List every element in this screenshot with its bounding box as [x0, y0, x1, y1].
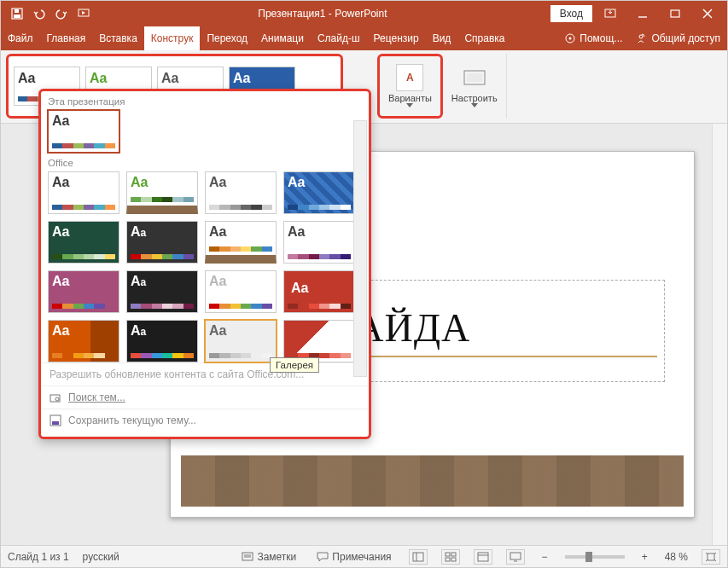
variants-icon: A	[396, 64, 423, 91]
tell-me-label: Помощ...	[579, 32, 622, 44]
tab-анимаци[interactable]: Анимаци	[254, 26, 311, 50]
slideshow-view-button[interactable]	[506, 549, 525, 565]
theme-thumbnail[interactable]: Aa	[48, 320, 119, 362]
theme-thumbnail[interactable]: Aa	[48, 270, 119, 313]
theme-thumbnail[interactable]: Aa	[283, 171, 355, 214]
svg-rect-23	[446, 553, 450, 556]
sorter-view-button[interactable]	[441, 549, 460, 565]
svg-rect-21	[413, 553, 423, 561]
minimize-icon[interactable]	[628, 3, 657, 24]
theme-thumbnail[interactable]: Aa	[283, 221, 355, 264]
tell-me-icon[interactable]: Помощ...	[557, 26, 629, 50]
login-button[interactable]: Вход	[550, 5, 592, 22]
theme-thumbnail[interactable]: Aa	[126, 270, 198, 313]
theme-thumbnail[interactable]: Aa	[205, 270, 277, 313]
tab-главная[interactable]: Главная	[40, 26, 93, 50]
theme-thumbnail[interactable]: Aa	[48, 110, 119, 153]
svg-point-11	[639, 35, 643, 38]
zoom-level[interactable]: 48 %	[665, 551, 688, 563]
enable-office-updates-link[interactable]: Разрешить обновление контента с сайта Of…	[41, 362, 369, 385]
slide-size-icon	[461, 64, 488, 91]
language-indicator[interactable]: русский	[83, 551, 119, 563]
chevron-down-icon	[406, 103, 413, 108]
zoom-in-button[interactable]: +	[638, 551, 651, 563]
save-theme-icon	[50, 414, 61, 426]
save-icon[interactable]	[6, 3, 28, 25]
theme-thumbnail[interactable]: Aa	[205, 320, 277, 362]
themes-gallery-dropdown: Эта презентация Aa Office AaAaAaAaAaAaAa…	[38, 89, 371, 439]
svg-rect-17	[52, 421, 59, 425]
comments-icon	[317, 552, 329, 562]
svg-rect-13	[467, 73, 482, 82]
notes-icon	[242, 552, 253, 562]
browse-themes-link[interactable]: Поиск тем...	[41, 385, 369, 409]
svg-rect-24	[451, 553, 456, 556]
window-title: Презентация1 - PowerPoint	[95, 8, 550, 20]
share-button[interactable]: Общий доступ	[629, 26, 727, 50]
save-current-theme-link[interactable]: Сохранить текущую тему...	[41, 409, 369, 432]
theme-thumbnail[interactable]: Aa	[126, 171, 198, 214]
zoom-slider[interactable]	[565, 555, 625, 559]
notes-button[interactable]: Заметки	[238, 551, 300, 563]
svg-rect-25	[446, 558, 450, 561]
svg-rect-29	[510, 553, 521, 559]
vertical-scrollbar[interactable]	[712, 124, 727, 545]
theme-thumbnail[interactable]: Aa	[283, 270, 355, 313]
slide-counter: Слайд 1 из 1	[8, 551, 69, 563]
redo-icon[interactable]	[50, 3, 73, 25]
zoom-out-button[interactable]: −	[539, 551, 551, 563]
variants-label: Варианты	[388, 93, 432, 103]
theme-thumbnail[interactable]: Aa	[48, 221, 119, 264]
tab-справка[interactable]: Справка	[457, 26, 511, 50]
section-office: Office	[41, 153, 369, 171]
tab-конструк[interactable]: Конструк	[144, 26, 201, 50]
svg-rect-31	[708, 554, 714, 560]
section-current-presentation: Эта презентация	[41, 91, 369, 110]
svg-rect-1	[14, 14, 20, 18]
theme-thumbnail[interactable]: Aa	[205, 221, 277, 264]
chevron-down-icon	[471, 103, 478, 108]
theme-thumbnail[interactable]: Aa	[283, 320, 355, 362]
svg-rect-26	[451, 558, 456, 561]
maximize-icon[interactable]	[661, 3, 690, 24]
theme-thumbnail[interactable]: Aa	[126, 320, 198, 362]
tab-вставка[interactable]: Вставка	[92, 26, 144, 50]
svg-rect-27	[478, 553, 488, 561]
folder-search-icon	[50, 391, 61, 403]
customize-button[interactable]: Настроить	[443, 54, 507, 119]
tab-рецензир[interactable]: Рецензир	[367, 26, 426, 50]
svg-rect-2	[15, 9, 19, 13]
customize-label: Настроить	[451, 93, 498, 103]
theme-thumbnail[interactable]: Aa	[126, 221, 198, 264]
tab-слайд-ш[interactable]: Слайд-ш	[311, 26, 367, 50]
reading-view-button[interactable]	[474, 549, 492, 565]
theme-thumbnail[interactable]: Aa	[48, 171, 119, 214]
fit-to-window-button[interactable]	[702, 549, 720, 565]
svg-point-10	[569, 38, 572, 40]
theme-thumbnail[interactable]: Aa	[205, 171, 277, 214]
title-bar: Презентация1 - PowerPoint Вход	[1, 1, 727, 26]
gallery-scrollbar[interactable]	[353, 120, 367, 377]
share-label: Общий доступ	[651, 32, 720, 44]
wood-strip-decoration	[181, 455, 684, 507]
svg-point-15	[55, 397, 59, 401]
undo-icon[interactable]	[28, 3, 50, 25]
close-icon[interactable]	[693, 3, 722, 24]
theme-tooltip: Галерея	[270, 357, 319, 373]
ribbon-tabs: ФайлГлавнаяВставкаКонструкПереходАнимаци…	[1, 26, 727, 50]
status-bar: Слайд 1 из 1 русский Заметки Примечания …	[1, 545, 727, 567]
ribbon-options-icon[interactable]	[596, 3, 625, 24]
tab-файл[interactable]: Файл	[1, 26, 40, 50]
normal-view-button[interactable]	[409, 549, 428, 565]
comments-button[interactable]: Примечания	[313, 551, 394, 563]
svg-rect-6	[671, 10, 679, 17]
start-slideshow-icon[interactable]	[73, 3, 95, 25]
variants-button[interactable]: A Варианты	[377, 54, 443, 119]
tab-вид[interactable]: Вид	[426, 26, 458, 50]
tab-переход[interactable]: Переход	[200, 26, 254, 50]
